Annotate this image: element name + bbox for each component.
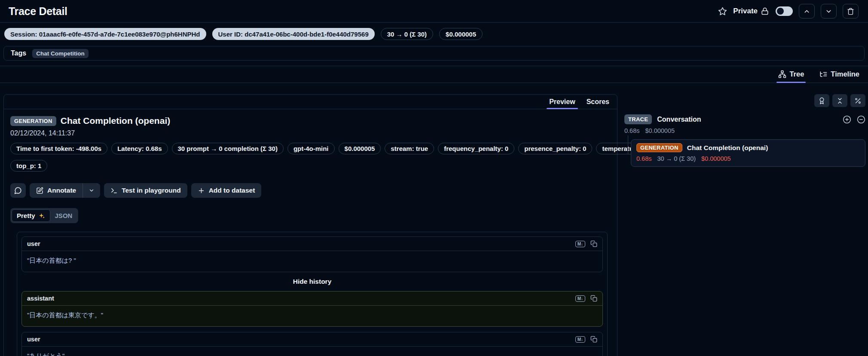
messages-container: user M↓ "日本の首都は? " Hide history (17, 232, 608, 356)
expand-all-icon[interactable] (843, 115, 851, 124)
tab-tree[interactable]: Tree (776, 66, 806, 83)
metric-time-to-first-token: Time to first token: -498.00s (10, 143, 107, 154)
annotate-dropdown-button[interactable] (83, 183, 100, 198)
tree-expand-controls (843, 115, 865, 124)
comment-button[interactable] (10, 183, 26, 198)
metric-frequency-penalty: frequency_penalty: 0 (438, 143, 514, 154)
copy-icon[interactable] (590, 240, 597, 247)
metric-badges-row-2: top_p: 1 (10, 160, 610, 172)
generation-node-title: Chat Completion (openai) (687, 144, 768, 152)
tree-toolbar (624, 94, 865, 107)
message-card-user-1: user M↓ "日本の首都は? " (21, 236, 603, 272)
generation-node-header: GENERATION Chat Completion (openai) (636, 143, 860, 152)
message-content: "日本の首都は東京です。" (22, 306, 602, 326)
message-header: assistant M↓ (22, 292, 602, 306)
tags-label: Tags (11, 49, 26, 57)
markdown-toggle-icon[interactable]: M↓ (575, 241, 585, 247)
top-bar-actions: Private (718, 4, 859, 18)
test-in-playground-button[interactable]: Test in playground (104, 183, 187, 198)
hide-history-button[interactable]: Hide history (21, 278, 603, 285)
observation-panel: Preview Scores GENERATION Chat Completio… (3, 94, 617, 356)
generation-node-latency: 0.68s (636, 155, 651, 162)
lock-icon (761, 7, 769, 15)
user-id-badge[interactable]: User ID: dc47a41e-06bc-400d-bde1-f0e440d… (212, 28, 375, 40)
format-pretty-segment[interactable]: Pretty (12, 209, 50, 222)
chevron-up-icon (803, 8, 810, 15)
trace-title: Conversation (657, 116, 701, 123)
session-badge[interactable]: Session: 01aaacf6-e0fe-457d-a7de-7c1ee08… (4, 28, 206, 40)
metric-token-usage: 30 prompt → 0 completion (Σ 30) (172, 143, 284, 154)
metrics-percent-button[interactable] (850, 94, 865, 107)
privacy-label: Private (733, 7, 758, 15)
previous-trace-button[interactable] (799, 4, 815, 18)
collapse-all-button[interactable] (832, 94, 847, 107)
chevron-down-icon (825, 8, 832, 15)
trash-icon (847, 8, 854, 15)
toggle-knob (777, 8, 784, 15)
markdown-toggle-icon[interactable]: M↓ (575, 336, 585, 343)
percent-icon (854, 97, 862, 104)
copy-icon[interactable] (590, 295, 597, 302)
markdown-toggle-icon[interactable]: M↓ (575, 295, 585, 302)
observation-body: GENERATION Chat Completion (openai) 02/1… (4, 109, 617, 356)
message-role: assistant (27, 295, 54, 302)
tab-tree-label: Tree (789, 70, 804, 78)
generation-node-cost: $0.000005 (701, 155, 731, 162)
message-content: "ありがとう" (22, 347, 602, 356)
message-card-assistant: assistant M↓ "日本の首都は東京です。" (21, 291, 603, 327)
format-json-segment[interactable]: JSON (50, 210, 77, 221)
metric-cost: $0.000005 (339, 143, 381, 154)
next-trace-button[interactable] (821, 4, 837, 18)
add-to-dataset-label: Add to dataset (209, 187, 255, 194)
test-in-playground-label: Test in playground (122, 187, 181, 194)
generation-node-metrics: 0.68s 30 → 0 (Σ 30) $0.000005 (636, 155, 860, 162)
trace-cost: $0.000005 (645, 127, 675, 134)
metric-presence-penalty: presence_penalty: 0 (518, 143, 592, 154)
message-header: user M↓ (22, 332, 602, 347)
tree-child-nodes: GENERATION Chat Completion (openai) 0.68… (624, 139, 865, 167)
tag-chip[interactable]: Chat Competition (32, 49, 89, 58)
trace-id-badges: Session: 01aaacf6-e0fe-457d-a7de-7c1ee08… (0, 23, 868, 44)
generation-type-badge: GENERATION (10, 116, 56, 126)
metric-model[interactable]: gpt-4o-mini (287, 143, 335, 154)
trace-root-row[interactable]: TRACE Conversation (624, 114, 865, 124)
generation-node-card[interactable]: GENERATION Chat Completion (openai) 0.68… (631, 139, 865, 167)
io-format-toggle: Pretty JSON (10, 208, 78, 223)
timeline-icon (819, 70, 828, 78)
tags-bar: Tags Chat Competition (3, 46, 865, 61)
bookmark-star-button[interactable] (718, 7, 727, 16)
terminal-icon (110, 187, 118, 194)
scores-toggle-button[interactable] (814, 94, 829, 107)
sparkles-icon (38, 212, 45, 219)
add-to-dataset-button[interactable]: Add to dataset (191, 183, 262, 198)
message-role: user (27, 336, 40, 343)
annotate-button[interactable]: Annotate (30, 183, 83, 198)
tree-connector-line (628, 135, 628, 154)
message-header-icons: M↓ (575, 240, 597, 247)
tab-preview[interactable]: Preview (549, 95, 575, 109)
message-header: user M↓ (22, 237, 602, 251)
copy-icon[interactable] (590, 336, 597, 343)
token-usage-badge: 30 → 0 (Σ 30) (381, 28, 433, 40)
tab-timeline[interactable]: Timeline (818, 66, 861, 83)
observation-timestamp: 02/12/2024, 14:11:37 (10, 129, 610, 137)
trace-latency: 0.68s (624, 127, 639, 134)
collapse-all-circle-icon[interactable] (857, 115, 865, 124)
metric-stream: stream: true (385, 143, 434, 154)
cost-badge: $0.000005 (439, 28, 483, 40)
message-header-icons: M↓ (575, 336, 597, 343)
metric-latency: Latency: 0.68s (111, 143, 168, 154)
trace-metrics: 0.68s $0.000005 (624, 127, 865, 134)
message-role: user (27, 240, 40, 247)
public-toggle[interactable] (776, 6, 793, 16)
page-title: Trace Detail (9, 5, 67, 18)
panel-tabs: Preview Scores (4, 95, 617, 109)
tab-scores[interactable]: Scores (587, 95, 609, 109)
delete-trace-button[interactable] (843, 4, 859, 18)
annotate-label: Annotate (47, 187, 76, 194)
message-header-icons: M↓ (575, 295, 597, 302)
generation-node-tokens: 30 → 0 (Σ 30) (657, 155, 696, 162)
tab-timeline-label: Timeline (831, 70, 859, 78)
trace-type-badge: TRACE (624, 114, 652, 124)
message-card-user-2: user M↓ "ありがとう" (21, 332, 603, 356)
